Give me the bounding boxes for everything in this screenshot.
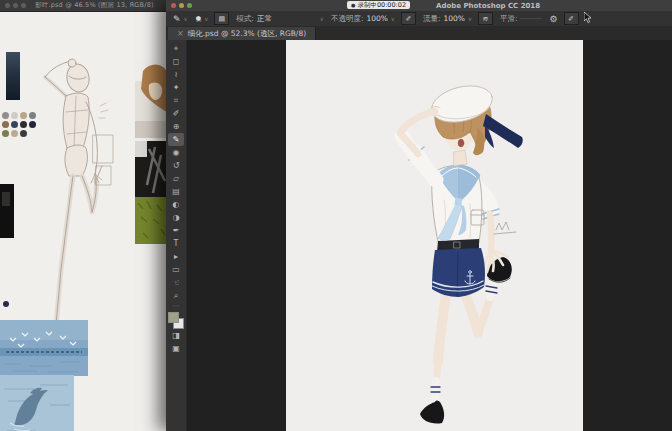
chevron-down-icon[interactable]: ∨ xyxy=(204,16,208,22)
chevron-down-icon[interactable]: ∨ xyxy=(468,16,472,22)
pressure-opacity-icon[interactable]: ✐ xyxy=(401,12,416,25)
tool-icon: ⊕ xyxy=(173,122,180,131)
zoom-button[interactable] xyxy=(21,3,26,8)
toolbar-ellipsis-icon[interactable]: ⋯ xyxy=(173,302,180,310)
tool-clone-stamp[interactable]: ◉ xyxy=(168,146,184,159)
reference-image-grass xyxy=(135,141,168,244)
opacity-value[interactable]: 100% xyxy=(366,14,387,23)
airbrush-icon[interactable]: ≋ xyxy=(478,12,493,25)
canvas-pasteboard[interactable] xyxy=(187,40,672,431)
mode-label: 模式: xyxy=(236,14,254,24)
tool-pen[interactable]: ✒ xyxy=(168,224,184,237)
close-button[interactable] xyxy=(5,3,10,8)
back-window-canvas xyxy=(0,12,186,431)
tool-icon: ⌕ xyxy=(174,291,178,301)
pose-sketch xyxy=(16,54,142,354)
tool-quick-selection[interactable]: ✦ xyxy=(168,81,184,94)
tool-icon: ≀ xyxy=(175,70,178,79)
mode-dropdown[interactable]: 正常 ∨ xyxy=(254,14,324,24)
screen-recording-indicator[interactable]: ● 录制中00:00:02 xyxy=(347,1,410,9)
tool-icon: ◑ xyxy=(173,213,180,222)
smoothing-value[interactable] xyxy=(520,18,542,19)
sketch-figure-drawing xyxy=(16,54,142,354)
photoshop-window[interactable]: ● 录制中00:00:02 Adobe Photoshop CC 2018 ✎ … xyxy=(166,0,672,431)
tool-icon: ✎ xyxy=(173,135,180,144)
flow-value[interactable]: 100% xyxy=(443,14,464,23)
close-tab-icon[interactable]: × xyxy=(177,29,184,38)
artboard[interactable] xyxy=(286,40,583,431)
tool-brush[interactable]: ✎ xyxy=(168,133,184,146)
tool-icon: ▤ xyxy=(172,187,180,196)
tool-hand[interactable]: ☜ xyxy=(168,276,184,289)
tool-gradient[interactable]: ▤ xyxy=(168,185,184,198)
back-window-titlebar: 影叶.psd @ 46.5% (图层 13, RGB/8) xyxy=(0,0,186,12)
tool-icon: ✦ xyxy=(173,83,180,92)
chevron-down-icon: ∨ xyxy=(320,16,324,22)
brush-tool-icon[interactable]: ✎ xyxy=(173,14,181,24)
record-dot-icon: ● xyxy=(351,3,355,8)
tool-icon: ◻ xyxy=(173,57,180,66)
tool-screen-mode[interactable]: ▣ xyxy=(168,342,184,355)
brush-panel-toggle-icon[interactable]: ▤ xyxy=(214,12,229,25)
back-window-title: 影叶.psd @ 46.5% (图层 13, RGB/8) xyxy=(35,1,154,10)
tool-eyedropper[interactable]: ✐ xyxy=(168,107,184,120)
tool-move[interactable]: ⌖ xyxy=(168,42,184,55)
background-document-window[interactable]: 影叶.psd @ 46.5% (图层 13, RGB/8) xyxy=(0,0,186,431)
tool-icon: ✒ xyxy=(173,226,180,235)
reference-image-dark xyxy=(0,184,14,238)
tool-lasso[interactable]: ≀ xyxy=(168,68,184,81)
brush-preset-picker[interactable]: ● 13 xyxy=(196,16,202,22)
minimize-button[interactable] xyxy=(13,3,18,8)
mouse-cursor xyxy=(584,12,592,23)
tool-icon: ✐ xyxy=(173,109,180,118)
foreground-color-swatch[interactable] xyxy=(168,312,179,323)
brush-size-value: 13 xyxy=(196,19,202,22)
tools-panel: ⌖◻≀✦⌗✐⊕✎◉↺▱▤◐◑✒T▸▭☜⌕ ⋯ ◨▣ xyxy=(166,40,187,431)
zoom-button[interactable] xyxy=(187,3,192,8)
tool-icon: ◨ xyxy=(172,331,180,340)
tool-marquee[interactable]: ◻ xyxy=(168,55,184,68)
gear-icon[interactable]: ⚙ xyxy=(549,14,557,24)
chevron-down-icon[interactable]: ∨ xyxy=(184,16,188,22)
color-chips xyxy=(168,312,184,329)
tool-crop[interactable]: ⌗ xyxy=(168,94,184,107)
tool-icon: ▸ xyxy=(174,252,178,261)
mode-value: 正常 xyxy=(257,14,272,24)
character-illustration xyxy=(286,40,583,431)
tool-icon: ☜ xyxy=(172,278,179,287)
tool-type[interactable]: T xyxy=(168,237,184,250)
tool-healing-brush[interactable]: ⊕ xyxy=(168,120,184,133)
reference-image-dolphin xyxy=(0,375,74,431)
paint-dot xyxy=(3,301,9,307)
artist-signature xyxy=(494,222,516,234)
tool-zoom[interactable]: ⌕ xyxy=(168,289,184,302)
color-swatch xyxy=(2,112,9,119)
tool-icon: ▣ xyxy=(172,344,180,353)
tool-options-bar: ✎ ∨ ● 13 ∨ ▤ 模式: 正常 ∨ 不透明度: 100% ∨ ✐ 流量:… xyxy=(166,11,672,27)
tool-blur[interactable]: ◐ xyxy=(168,198,184,211)
tool-icon: ▭ xyxy=(172,265,180,274)
tool-history-brush[interactable]: ↺ xyxy=(168,159,184,172)
tool-eraser[interactable]: ▱ xyxy=(168,172,184,185)
recording-timer: 录制中00:00:02 xyxy=(357,1,406,10)
document-tab-bar: × 细化.psd @ 52.3% (透区, RGB/8) xyxy=(166,26,672,41)
reference-image-portrait xyxy=(135,59,168,138)
close-button[interactable] xyxy=(171,3,176,8)
chevron-down-icon[interactable]: ∨ xyxy=(391,16,395,22)
pressure-size-icon[interactable]: ✐ xyxy=(564,12,579,25)
tool-quick-mask[interactable]: ◨ xyxy=(168,329,184,342)
document-tab[interactable]: × 细化.psd @ 52.3% (透区, RGB/8) xyxy=(168,27,316,40)
tool-icon: ◐ xyxy=(173,200,180,209)
tool-shape[interactable]: ▭ xyxy=(168,263,184,276)
tool-icon: ↺ xyxy=(173,161,180,170)
minimize-button[interactable] xyxy=(179,3,184,8)
opacity-label: 不透明度: xyxy=(331,14,364,24)
tool-icon: ◉ xyxy=(173,148,180,157)
color-swatch xyxy=(2,130,9,137)
document-tab-label: 细化.psd @ 52.3% (透区, RGB/8) xyxy=(188,29,306,39)
app-title: Adobe Photoshop CC 2018 xyxy=(436,2,540,10)
reference-image-ocean-birds xyxy=(0,320,88,376)
tool-path-selection[interactable]: ▸ xyxy=(168,250,184,263)
tool-dodge[interactable]: ◑ xyxy=(168,211,184,224)
tool-icon: ⌖ xyxy=(174,44,179,54)
